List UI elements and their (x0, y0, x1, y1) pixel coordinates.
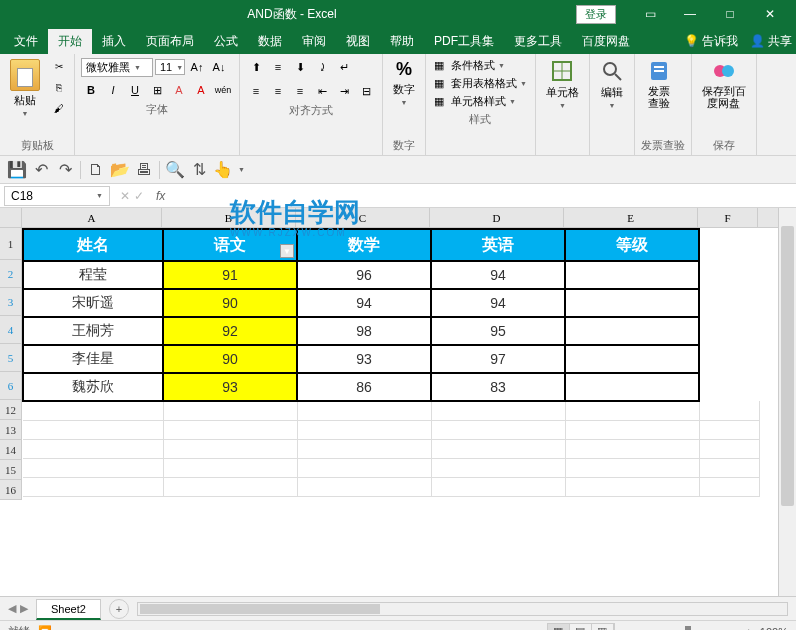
table-cell[interactable]: 魏苏欣 (23, 373, 163, 401)
table-header[interactable]: 数学 (297, 229, 431, 261)
row-header[interactable]: 14 (0, 440, 22, 460)
table-cell[interactable]: 94 (297, 289, 431, 317)
maximize-icon[interactable]: □ (712, 4, 748, 24)
italic-button[interactable]: I (103, 80, 123, 100)
zoom-out-icon[interactable]: − (623, 626, 629, 631)
table-cell[interactable]: 李佳星 (23, 345, 163, 373)
table-cell[interactable] (23, 420, 163, 439)
table-row[interactable]: 李佳星909397 (23, 345, 759, 373)
table-header[interactable]: 英语 (431, 229, 565, 261)
fill-color-button[interactable]: A (169, 80, 189, 100)
table-cell[interactable] (565, 261, 699, 289)
column-header[interactable]: B (162, 208, 296, 227)
row-header[interactable]: 4 (0, 316, 22, 344)
table-cell[interactable]: 93 (163, 373, 297, 401)
row-header[interactable]: 5 (0, 344, 22, 372)
merge-center-icon[interactable]: ⊟ (356, 81, 376, 101)
cell-styles-button[interactable]: ▦单元格样式▼ (432, 93, 529, 110)
decrease-indent-icon[interactable]: ⇤ (312, 81, 332, 101)
table-row[interactable]: 魏苏欣938683 (23, 373, 759, 401)
table-row[interactable] (23, 420, 759, 439)
tell-me[interactable]: 💡 告诉我 (684, 33, 738, 50)
table-row[interactable] (23, 401, 759, 420)
redo-icon[interactable]: ↷ (56, 161, 74, 179)
table-cell[interactable] (297, 401, 431, 420)
table-cell[interactable] (297, 458, 431, 477)
table-cell[interactable]: 96 (297, 261, 431, 289)
orientation-icon[interactable]: ⤸ (312, 57, 332, 77)
row-header[interactable]: 13 (0, 420, 22, 440)
table-cell[interactable]: 90 (163, 289, 297, 317)
format-painter-button[interactable]: 🖌 (50, 99, 68, 117)
fx-icon[interactable]: fx (156, 189, 165, 203)
select-all-corner[interactable] (0, 208, 22, 227)
menu-pdf-tools[interactable]: PDF工具集 (424, 29, 504, 54)
conditional-formatting-button[interactable]: ▦条件格式▼ (432, 57, 529, 74)
menu-baidu-disk[interactable]: 百度网盘 (572, 29, 640, 54)
column-header[interactable]: A (22, 208, 162, 227)
cancel-formula-icon[interactable]: ✕ (120, 189, 130, 203)
border-button[interactable]: ⊞ (147, 80, 167, 100)
table-cell[interactable]: 93 (297, 345, 431, 373)
table-cell[interactable] (699, 458, 759, 477)
scroll-thumb[interactable] (781, 226, 794, 506)
table-cell[interactable]: 90 (163, 345, 297, 373)
data-table[interactable]: 姓名语文▼数学英语等级程莹919694宋昕遥909494王桐芳929895李佳星… (22, 228, 760, 497)
column-header[interactable]: F (698, 208, 758, 227)
menu-review[interactable]: 审阅 (292, 29, 336, 54)
tab-next-icon[interactable]: ▶ (20, 602, 28, 615)
bold-button[interactable]: B (81, 80, 101, 100)
align-left-icon[interactable]: ≡ (246, 81, 266, 101)
ribbon-options-icon[interactable]: ▭ (632, 4, 668, 24)
table-row[interactable] (23, 458, 759, 477)
paste-button[interactable]: 粘贴 ▼ (6, 57, 44, 119)
align-bottom-icon[interactable]: ⬇ (290, 57, 310, 77)
number-format-button[interactable]: % 数字 ▼ (389, 57, 419, 108)
table-cell[interactable] (431, 420, 565, 439)
table-cell[interactable] (163, 439, 297, 458)
minimize-icon[interactable]: — (672, 4, 708, 24)
column-header[interactable]: E (564, 208, 698, 227)
table-cell[interactable]: 86 (297, 373, 431, 401)
row-header[interactable]: 6 (0, 372, 22, 400)
save-to-cloud-button[interactable]: 保存到百度网盘 (698, 57, 750, 111)
table-cell[interactable] (565, 373, 699, 401)
increase-font-icon[interactable]: A↑ (187, 57, 207, 77)
table-cell[interactable] (163, 477, 297, 496)
table-cell[interactable] (565, 458, 699, 477)
page-layout-view-icon[interactable]: ▤ (570, 624, 592, 631)
zoom-level[interactable]: 100% (760, 626, 788, 631)
table-cell[interactable] (297, 477, 431, 496)
name-box[interactable]: C18▼ (4, 186, 110, 206)
login-button[interactable]: 登录 (576, 5, 616, 24)
editing-button[interactable]: 编辑 ▼ (596, 57, 628, 111)
menu-data[interactable]: 数据 (248, 29, 292, 54)
menu-insert[interactable]: 插入 (92, 29, 136, 54)
save-icon[interactable]: 💾 (8, 161, 26, 179)
wrap-text-icon[interactable]: ↵ (334, 57, 354, 77)
font-size-select[interactable]: 11▼ (155, 59, 185, 75)
row-header[interactable]: 2 (0, 260, 22, 288)
table-cell[interactable] (699, 401, 759, 420)
increase-indent-icon[interactable]: ⇥ (334, 81, 354, 101)
open-file-icon[interactable]: 📂 (111, 161, 129, 179)
table-cell[interactable] (297, 439, 431, 458)
table-cell[interactable] (699, 439, 759, 458)
row-header[interactable]: 12 (0, 400, 22, 420)
table-cell[interactable] (565, 317, 699, 345)
menu-home[interactable]: 开始 (48, 29, 92, 54)
table-cell[interactable]: 97 (431, 345, 565, 373)
touch-mode-icon[interactable]: 👆 (214, 161, 232, 179)
font-color-button[interactable]: A (191, 80, 211, 100)
horizontal-scrollbar[interactable] (137, 602, 788, 616)
table-cell[interactable] (297, 420, 431, 439)
share-button[interactable]: 👤 共享 (750, 33, 792, 50)
table-cell[interactable] (565, 289, 699, 317)
underline-button[interactable]: U (125, 80, 145, 100)
table-row[interactable]: 宋昕遥909494 (23, 289, 759, 317)
table-cell[interactable]: 宋昕遥 (23, 289, 163, 317)
menu-view[interactable]: 视图 (336, 29, 380, 54)
table-cell[interactable]: 94 (431, 289, 565, 317)
table-cell[interactable] (565, 401, 699, 420)
sort-icon[interactable]: ⇅ (190, 161, 208, 179)
